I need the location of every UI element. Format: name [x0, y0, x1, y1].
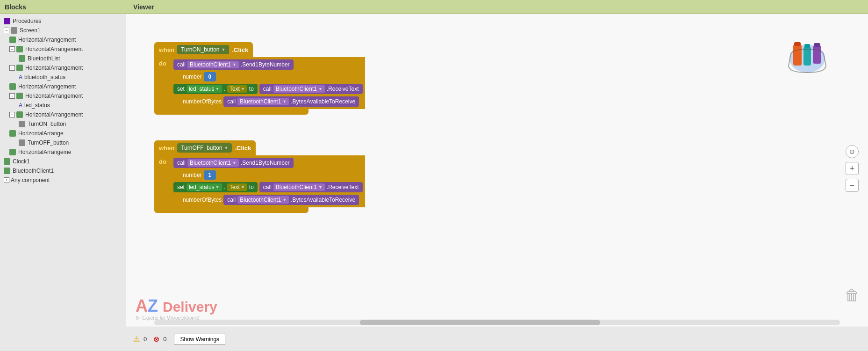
show-warnings-button[interactable]: Show Warnings	[174, 334, 225, 345]
error-count: 0	[163, 336, 166, 343]
dot-1: .	[224, 86, 225, 92]
receive-block-2[interactable]: call BluetoothClient1 ▼ .ReceiveText	[259, 182, 363, 192]
zoom-out-button[interactable]: −	[846, 179, 859, 192]
ledstatus-chip-2[interactable]: led_status ▼	[187, 183, 222, 191]
btclient-dd-2[interactable]: ▼	[232, 161, 237, 165]
ha1-icon	[9, 37, 16, 43]
az-blue: Z	[148, 296, 158, 315]
btclient2-chip-1[interactable]: BluetoothClient1 ▼	[273, 85, 325, 93]
ha3-toggle[interactable]: −	[9, 65, 15, 71]
ledstatus-chip-1[interactable]: led_status ▼	[187, 85, 222, 93]
sidebar-item-turnon[interactable]: TurnON_button	[0, 119, 126, 129]
turnon-btn-chip[interactable]: TurnON_button ▼	[177, 45, 229, 54]
turnon-btn-name: TurnON_button	[181, 46, 219, 53]
recenter-button[interactable]: ⊙	[846, 145, 859, 158]
sidebar-item-anycomp[interactable]: + Any component	[0, 176, 126, 185]
screen1-label: Screen1	[20, 27, 41, 34]
scrollbar-thumb[interactable]	[360, 320, 600, 325]
block-turnoff: when TurnOFF_button ▼ .Click do call	[154, 140, 365, 213]
sidebar-item-clock1[interactable]: Clock1	[0, 157, 126, 166]
btclient2-dd-1[interactable]: ▼	[318, 87, 323, 91]
ha2-toggle[interactable]: −	[9, 46, 15, 52]
set-block-2[interactable]: set led_status ▼ . Text ▼ to	[173, 182, 258, 192]
sidebar-item-ha7[interactable]: HorizontalArrange	[0, 129, 126, 138]
sidebar-item-ha2[interactable]: − HorizontalArrangement	[0, 44, 126, 54]
do-section-2: do call BluetoothClient1 ▼ .Send1ByteNum…	[154, 155, 365, 207]
call-row-2: call BluetoothClient1 ▼ .Send1ByteNumber	[173, 158, 363, 168]
btclient-chip-2[interactable]: BluetoothClient1 ▼	[187, 159, 239, 167]
dot-2: .	[224, 184, 225, 190]
ha5-toggle[interactable]: −	[9, 93, 15, 99]
do-label-1: do	[154, 57, 171, 109]
bytes-block-2[interactable]: call BluetoothClient1 ▼ .BytesAvailableT…	[223, 195, 359, 205]
sidebar-item-ha4[interactable]: HorizontalArrangement	[0, 82, 126, 91]
text-chip-1[interactable]: Text ▼	[227, 85, 247, 93]
call3-label-2: call	[227, 197, 236, 203]
ha8-label: HorizontalArrangeme	[18, 149, 71, 155]
text-dd-1[interactable]: ▼	[241, 87, 245, 91]
bytes-method-2: .BytesAvailableToReceive	[291, 197, 355, 203]
btclient-dd-1[interactable]: ▼	[232, 62, 237, 67]
text-dd-2[interactable]: ▼	[241, 185, 245, 190]
block-turnon: when TurnON_button ▼ .Click do call	[154, 42, 365, 115]
set-row-2: set led_status ▼ . Text ▼ to	[173, 182, 363, 192]
svg-rect-5	[813, 46, 821, 64]
call-block-1[interactable]: call BluetoothClient1 ▼ .Send1ByteNumber	[173, 59, 294, 70]
ha3-label: HorizontalArrangement	[25, 65, 83, 71]
when-label-2: when	[159, 145, 174, 152]
btclient3-dd-1[interactable]: ▼	[282, 99, 287, 104]
screen1-toggle[interactable]: −	[4, 28, 9, 33]
led-dd-2[interactable]: ▼	[215, 185, 220, 190]
numbytes-label-1: numberOfBytes	[183, 98, 222, 105]
btclient-name-2: BluetoothClient1	[190, 160, 231, 166]
turnoff-dropdown-icon[interactable]: ▼	[224, 146, 229, 150]
sidebar-item-ha1[interactable]: HorizontalArrangement	[0, 35, 126, 44]
ha8-icon	[9, 149, 16, 155]
call-block-2[interactable]: call BluetoothClient1 ▼ .Send1ByteNumber	[173, 158, 294, 168]
zoom-in-button[interactable]: +	[846, 162, 859, 175]
receive-block-1[interactable]: call BluetoothClient1 ▼ .ReceiveText	[259, 84, 363, 94]
turnoff-btn-chip[interactable]: TurnOFF_button ▼	[177, 143, 232, 153]
sidebar-item-ha6[interactable]: − HorizontalArrangement	[0, 110, 126, 119]
sidebar-item-screen1[interactable]: − Screen1	[0, 26, 126, 35]
btclient3-name-2: BluetoothClient1	[240, 197, 281, 203]
anycomp-toggle[interactable]: +	[4, 177, 9, 183]
led-dd-1[interactable]: ▼	[215, 87, 220, 91]
sidebar-item-ha5[interactable]: − HorizontalArrangement	[0, 91, 126, 101]
svg-rect-6	[814, 43, 820, 47]
ha7-label: HorizontalArrange	[18, 130, 64, 137]
btclient3-dd-2[interactable]: ▼	[282, 197, 287, 202]
number-value-2[interactable]: 1	[204, 170, 216, 180]
sidebar-item-btclient[interactable]: BluetoothClient1	[0, 166, 126, 176]
btclient3-chip-2[interactable]: BluetoothClient1 ▼	[237, 196, 289, 204]
ha6-label: HorizontalArrangement	[25, 111, 83, 118]
btclient2-chip-2[interactable]: BluetoothClient1 ▼	[273, 183, 325, 191]
to-label-2: to	[249, 184, 254, 190]
btclient3-chip-1[interactable]: BluetoothClient1 ▼	[237, 98, 289, 105]
svg-rect-4	[804, 44, 810, 48]
turnon-label: TurnON_button	[28, 121, 66, 127]
sidebar-item-procedures[interactable]: Procedures	[0, 16, 126, 26]
set-block-1[interactable]: set led_status ▼ . Text ▼ to	[173, 84, 258, 94]
ha6-toggle[interactable]: −	[9, 112, 15, 117]
sidebar-item-turnoff[interactable]: TurnOFF_button	[0, 138, 126, 147]
bytes-block-1[interactable]: call BluetoothClient1 ▼ .BytesAvailableT…	[223, 96, 359, 107]
do-label-2: do	[154, 155, 171, 207]
sidebar-item-ha8[interactable]: HorizontalArrangeme	[0, 147, 126, 157]
bottom-bar: ⚠ 0 ⊗ 0 Show Warnings	[126, 327, 868, 351]
number-row-1: number 0	[183, 72, 363, 81]
btclient2-dd-2[interactable]: ▼	[318, 185, 323, 190]
horizontal-scrollbar[interactable]	[154, 320, 840, 325]
sidebar-item-ha3[interactable]: − HorizontalArrangement	[0, 63, 126, 73]
turnon-dropdown-icon[interactable]: ▼	[222, 47, 226, 52]
sidebar-item-btlist[interactable]: BluetoothList	[0, 54, 126, 63]
ha5-label: HorizontalArrangement	[25, 93, 83, 99]
trash-icon[interactable]: 🗑	[845, 287, 860, 304]
do-section-1: do call BluetoothClient1 ▼ .Send1ByteNum…	[154, 57, 365, 109]
number-value-1[interactable]: 0	[204, 72, 216, 81]
btclient-chip-1[interactable]: BluetoothClient1 ▼	[187, 61, 239, 68]
text-chip-2[interactable]: Text ▼	[227, 183, 247, 191]
sidebar-item-ledstatus[interactable]: A led_status	[0, 101, 126, 110]
anycomp-label: Any component	[11, 177, 50, 183]
sidebar-item-btstatus[interactable]: A bluetooth_status	[0, 73, 126, 82]
